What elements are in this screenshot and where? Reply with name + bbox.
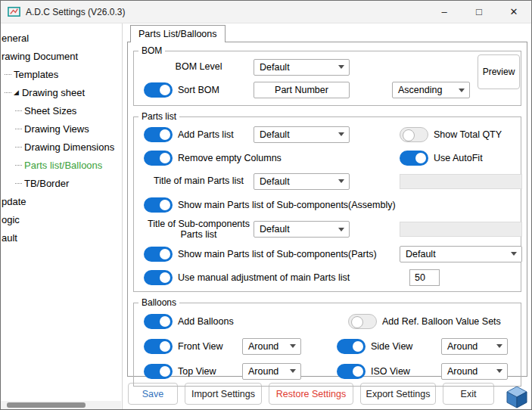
show-sub-parts-toggle[interactable] [144,247,173,262]
iso-view-select[interactable]: Around [441,363,508,380]
combo-value: Default [260,129,290,140]
tab-parts-list-balloons[interactable]: Parts List/Balloons [130,25,226,42]
remove-empty-columns-toggle[interactable] [144,151,173,166]
sidebar-item-label: ault [2,232,17,244]
show-sub-assembly-row: Show main Parts list of Sub-components(A… [134,193,521,216]
settings-tree: eneral rawing Document Templates ◢Drawin… [1,23,122,247]
bom-level-select[interactable]: Default [254,59,350,76]
manual-adjustment-toggle[interactable] [144,270,173,285]
sidebar-item-drawing-dimensions[interactable]: Drawing Dimensions [1,138,122,156]
bom-level-row: BOM Level Default [134,57,521,77]
combo-value: Around [248,341,278,352]
show-total-qty-label: Show Total QTY [428,129,502,140]
top-view-select[interactable]: Around [242,363,301,380]
title-main-parts-list-select[interactable]: Default [254,173,350,190]
add-ref-balloon-label: Add Ref. Balloon Value Sets [377,316,501,327]
add-parts-list-label: Add Parts list [173,129,254,140]
sidebar-horizontal-scrollbar[interactable] [1,401,121,409]
sidebar: eneral rawing Document Templates ◢Drawin… [1,23,123,409]
add-balloons-toggle[interactable] [144,314,173,329]
front-view-toggle[interactable] [144,339,173,354]
main-content: Parts List/Balloons BOM BOM Level Defaul… [123,23,531,409]
sidebar-item-drawing-sheet[interactable]: ◢Drawing sheet [1,83,122,101]
tab-panel: BOM BOM Level Default Sort BOM Part Numb… [127,42,527,377]
sidebar-item-label: Drawing Dimensions [24,141,114,153]
chevron-down-icon [511,252,517,256]
show-sub-assembly-label: Show main Parts list of Sub-components(A… [173,200,396,210]
side-view-toggle[interactable] [337,339,366,354]
sort-order-select[interactable]: Ascending [392,82,470,98]
remove-empty-columns-row: Remove empty Columns Use AutoFit [134,146,521,169]
chevron-down-icon [496,369,502,373]
show-sub-parts-select[interactable]: Default [400,246,522,262]
minimize-button[interactable]: – [427,1,462,23]
maximize-button[interactable]: □ [462,1,496,23]
sidebar-item-label: Sheet Sizes [24,105,76,116]
expand-arrow-icon[interactable]: ◢ [14,89,19,96]
iso-view-toggle[interactable] [337,364,366,379]
sidebar-item-sheet-sizes[interactable]: Sheet Sizes [1,101,122,120]
sidebar-item-label: Templates [14,69,58,80]
combo-value: Around [447,366,478,377]
tabstrip: Parts List/Balloons [127,25,527,42]
add-parts-list-toggle[interactable] [144,127,173,142]
sidebar-item-update[interactable]: pdate [1,192,122,210]
sidebar-item-vault[interactable]: ault [1,228,122,247]
tree-connector [5,92,11,93]
title-main-parts-list-label: Title of main Parts list [144,175,254,186]
balloons-group: Balloons Add Balloons Add Ref. Balloon V… [133,297,521,387]
use-autofit-toggle[interactable] [400,151,428,166]
sidebar-item-drawing-views[interactable]: Drawing Views [1,120,122,138]
scrollbar-thumb[interactable] [7,402,86,408]
show-sub-parts-row: Show main Parts list of Sub-components(P… [134,242,521,266]
show-total-qty-toggle[interactable] [400,127,428,142]
preview-button[interactable]: Preview [478,54,520,89]
top-view-label: Top View [173,366,242,377]
add-balloons-label: Add Balloons [173,316,234,327]
show-sub-assembly-toggle[interactable] [144,197,173,213]
sidebar-item-general[interactable]: eneral [1,29,122,47]
sidebar-item-parts-list-balloons[interactable]: Parts list/Balloons [1,156,122,174]
3d-cube-icon[interactable] [505,384,529,408]
sidebar-item-templates[interactable]: Templates [1,65,122,83]
sort-field-button[interactable]: Part Number [254,82,350,98]
add-parts-list-row: Add Parts list Default Show Total QTY [134,123,521,146]
front-view-select[interactable]: Around [242,338,301,355]
window-title: A.D.C Settings (V26.0.3) [26,7,125,17]
tree-connector [15,183,22,184]
title-sub-parts-list-label: Title of Sub-components Parts list [144,219,254,241]
chevron-down-icon [290,344,296,348]
side-view-label: Side View [366,341,441,352]
manual-adjustment-input[interactable] [409,269,440,286]
chevron-down-icon [459,89,465,92]
side-view-select[interactable]: Around [441,338,508,355]
top-view-toggle[interactable] [144,364,173,379]
close-button[interactable]: ✕ [496,1,531,23]
tree-connector [15,129,22,129]
bom-legend: BOM [138,45,165,56]
sort-bom-row: Sort BOM Part Number Ascending [134,77,521,103]
sidebar-item-label: TB/Border [24,178,69,189]
add-ref-balloon-toggle[interactable] [348,314,377,329]
manual-adjustment-label: Use manual adjustment of main Parts list [173,272,350,283]
sidebar-item-label: Parts list/Balloons [24,160,102,171]
sidebar-item-logic[interactable]: ogic [1,210,122,228]
tree-connector [15,110,22,111]
sidebar-item-drawing-document[interactable]: rawing Document [1,47,122,65]
sidebar-item-tb-border[interactable]: TB/Border [1,174,122,192]
tree-connector [15,165,22,166]
combo-value: Default [260,176,290,187]
combo-value: Default [260,224,290,235]
combo-value: Around [248,366,278,377]
add-parts-list-select[interactable]: Default [254,126,350,143]
sort-bom-toggle[interactable] [144,82,173,98]
iso-view-label: ISO View [366,366,441,377]
combo-value: Ascending [398,85,442,95]
sidebar-item-label: rawing Document [2,51,78,62]
title-sub-parts-list-select[interactable]: Default [254,221,350,238]
sidebar-item-label: Drawing sheet [22,87,85,98]
front-view-label: Front View [173,341,242,352]
titlebar: A.D.C Settings (V26.0.3) – □ ✕ [1,1,531,23]
front-side-view-row: Front View Around Side View Around [134,334,521,359]
remove-empty-columns-label: Remove empty Columns [173,153,282,163]
